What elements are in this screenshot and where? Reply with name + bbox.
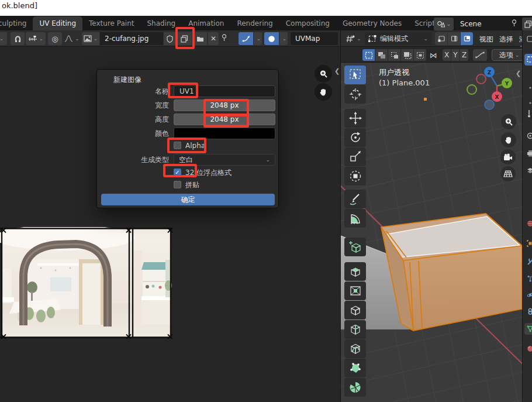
select-mode-intersect[interactable] xyxy=(414,49,426,61)
workspace-tab[interactable]: Shading xyxy=(140,16,182,30)
face-select-button[interactable] xyxy=(461,32,473,45)
snap-toggle-button[interactable] xyxy=(11,32,25,45)
viewport-perspective-button[interactable] xyxy=(500,166,516,181)
float32-checkbox[interactable]: ✓ xyxy=(174,169,181,176)
copy-image-button[interactable] xyxy=(177,32,192,45)
mirror-y-button[interactable]: Y xyxy=(451,49,460,61)
tool-transform[interactable] xyxy=(344,167,366,185)
tiled-checkbox[interactable] xyxy=(174,181,181,188)
width-slider[interactable]: 2048 px xyxy=(174,99,275,111)
gizmos-toggle-button[interactable] xyxy=(239,32,253,45)
edge-select-button[interactable] xyxy=(448,32,460,45)
scene-type-button[interactable]: ⌄ xyxy=(434,18,454,30)
select-mode-subtract[interactable] xyxy=(388,49,400,61)
editor-type-button[interactable]: ⌄ xyxy=(344,32,363,45)
workspace-tab[interactable]: Animation xyxy=(182,16,230,30)
proportional-edit-button[interactable]: ◎ xyxy=(48,32,62,45)
overlays-toggle-button[interactable] xyxy=(264,32,279,45)
viewport-sidebar-collapse-icon[interactable]: ❮ xyxy=(516,70,521,77)
generated-type-dropdown[interactable]: 空白 ⌄ xyxy=(174,154,275,166)
properties-tab-data[interactable] xyxy=(524,323,532,335)
viewport-camera-button[interactable] xyxy=(500,149,516,164)
mirror-z-button[interactable]: Z xyxy=(460,49,468,61)
workspace-tab[interactable]: UV Editing xyxy=(33,16,82,30)
image-name-field[interactable]: 2-cufang.jpg xyxy=(100,32,163,45)
properties-tab-view-layer[interactable] xyxy=(524,165,532,177)
gizmos-dropdown[interactable]: ⌄ xyxy=(254,32,262,45)
snap-mode-button[interactable]: ⌄ xyxy=(26,32,46,45)
tool-scale[interactable] xyxy=(344,147,366,166)
properties-tab-dot-2[interactable] xyxy=(524,82,532,94)
tool-cursor[interactable] xyxy=(344,85,366,104)
mirror-x-button[interactable]: X xyxy=(443,49,451,61)
vertex-select-button[interactable] xyxy=(435,32,447,45)
uv-image-thumbnail[interactable] xyxy=(0,227,173,339)
select-mode-extend[interactable] xyxy=(375,49,388,61)
viewport-zoom-button[interactable] xyxy=(501,114,516,129)
open-image-button[interactable] xyxy=(193,32,207,45)
name-input[interactable]: UV1 xyxy=(174,85,275,97)
mode-dropdown[interactable]: 编辑模式 ⌄ xyxy=(365,32,431,45)
pin-button[interactable] xyxy=(221,34,227,42)
properties-tab-output[interactable] xyxy=(524,147,532,159)
navigation-gizmo[interactable]: Z Y X xyxy=(464,63,522,121)
image-browse-button[interactable]: ⌄ xyxy=(82,32,99,45)
workspace-tab[interactable]: culpting xyxy=(0,16,33,30)
uv-sidebar-collapse-icon[interactable]: ❮ xyxy=(334,67,340,75)
editor-divider[interactable] xyxy=(340,30,341,402)
uv-zoom-button[interactable] xyxy=(315,65,332,83)
mirror-icon[interactable]: ⋈ xyxy=(430,51,437,60)
tool-bevel[interactable] xyxy=(344,301,366,319)
unlink-image-button[interactable]: ✕ xyxy=(208,32,219,45)
alpha-checkbox[interactable] xyxy=(174,142,181,149)
tool-extrude-region[interactable] xyxy=(344,262,366,281)
clipped-widget[interactable]: ⌄ xyxy=(0,32,7,45)
tool-poly-build[interactable] xyxy=(344,359,366,377)
properties-tab-constraints[interactable] xyxy=(524,305,532,317)
falloff-button[interactable]: ⌄ xyxy=(63,32,81,45)
ok-button[interactable]: 确定 xyxy=(101,194,275,205)
uvmap-field[interactable]: UVMap xyxy=(291,32,338,45)
options-dropdown[interactable]: 选项⌄ xyxy=(492,49,527,61)
tool-spin[interactable] xyxy=(344,378,366,397)
properties-tab-material[interactable] xyxy=(524,343,532,355)
menu-view[interactable]: 视图 xyxy=(479,35,493,44)
tool-knife[interactable] xyxy=(344,339,366,358)
tool-rotate[interactable] xyxy=(344,128,366,147)
viewport-pan-button[interactable] xyxy=(501,132,516,147)
scene-name-field[interactable]: Scene xyxy=(455,18,512,30)
workspace-tab[interactable]: Rendering xyxy=(230,16,279,30)
scene-copy-button[interactable] xyxy=(522,18,532,30)
workspace-tab[interactable]: Texture Paint xyxy=(82,16,140,30)
properties-tab-world[interactable] xyxy=(524,218,532,229)
tool-annotate[interactable] xyxy=(344,190,366,208)
select-mode-set[interactable] xyxy=(362,49,375,61)
tool-loop-cut[interactable] xyxy=(344,320,366,339)
workspace-tab[interactable]: Geometry Nodes xyxy=(336,16,408,30)
height-slider[interactable]: 2048 px xyxy=(174,114,275,125)
fake-user-button[interactable] xyxy=(164,32,176,45)
properties-tab-tool-tab[interactable] xyxy=(524,108,532,119)
viewport-3d[interactable]: 用户透视 (1) Plane.001 Z Y X ❮ xyxy=(341,63,522,402)
properties-tab-particles[interactable] xyxy=(524,273,532,284)
tool-measure[interactable] xyxy=(344,209,366,228)
tool-inset-faces[interactable] xyxy=(344,281,366,300)
proportional-falloff-button[interactable] xyxy=(473,49,487,61)
properties-tab-dot-3[interactable] xyxy=(524,97,532,109)
properties-tab-object[interactable] xyxy=(524,238,532,249)
scene-pin-icon[interactable] xyxy=(511,19,517,27)
overlays-dropdown[interactable]: ⌄ xyxy=(279,32,288,45)
menu-select[interactable]: 选择 xyxy=(499,35,513,44)
properties-tab-render[interactable] xyxy=(524,130,532,142)
uv-pan-button[interactable] xyxy=(315,83,332,101)
workspace-tab[interactable]: Compositing xyxy=(279,16,336,30)
tool-move[interactable] xyxy=(344,109,366,128)
properties-tab-modifiers[interactable] xyxy=(524,256,532,268)
tool-add-cube[interactable] xyxy=(344,238,366,256)
properties-tab-tool[interactable] xyxy=(524,54,532,66)
select-mode-difference[interactable] xyxy=(401,49,413,61)
tool-box-select[interactable] xyxy=(344,66,366,84)
color-swatch[interactable] xyxy=(174,128,275,139)
properties-tab-physics[interactable] xyxy=(524,289,532,301)
properties-tab-editor-type[interactable] xyxy=(524,33,532,44)
